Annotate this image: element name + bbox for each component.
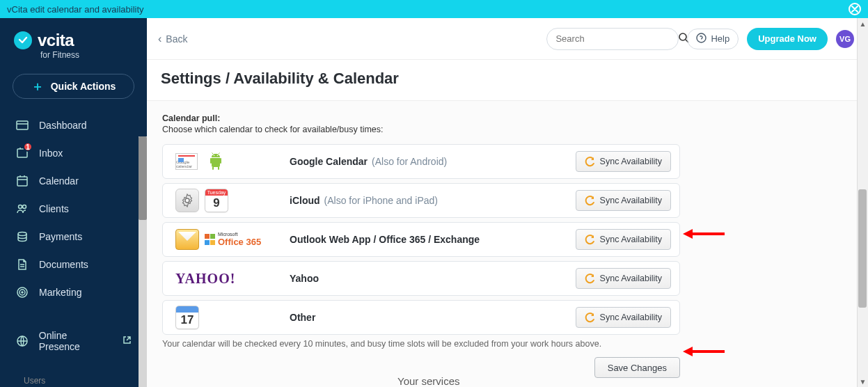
back-button[interactable]: ‹ Back [158, 33, 187, 45]
svg-rect-0 [17, 121, 28, 129]
content: Calendar pull: Choose which calendar to … [147, 101, 868, 387]
sidebar-item-calendar[interactable]: Calendar [0, 167, 147, 195]
svg-point-8 [22, 292, 23, 293]
content-scrollbar-thumb[interactable] [858, 189, 867, 308]
nav-gap [0, 306, 147, 323]
payments-icon [15, 230, 29, 244]
save-changes-button[interactable]: Save Changes [594, 357, 680, 378]
scroll-down-arrow-icon[interactable]: ▼ [858, 376, 868, 387]
avatar-initials: VG [839, 35, 851, 43]
sync-availability-button[interactable]: Sync Availability [576, 268, 671, 289]
content-scrollbar[interactable]: ▲ ▼ [857, 18, 868, 387]
clients-icon [15, 202, 29, 216]
close-icon[interactable] [849, 3, 861, 15]
content-below-peek: Your services [397, 375, 460, 387]
nav-list: Dashboard 1 Inbox Calendar Clients Payme… [0, 111, 147, 359]
brand-name: vcita [38, 31, 74, 50]
topbar: ‹ Back Help Upgrade Now VG [147, 18, 868, 60]
calendar-day-icon: 17 [175, 306, 199, 329]
yahoo-icon: YAHOO! [175, 271, 235, 287]
refresh-icon [585, 235, 595, 245]
save-label: Save Changes [608, 363, 667, 373]
provider-row-google: Google calendar Google Calendar (Also fo… [162, 144, 680, 179]
calendar-icon [15, 174, 29, 188]
sidebar-item-dashboard[interactable]: Dashboard [0, 111, 147, 139]
help-label: Help [711, 33, 729, 44]
marketing-icon [15, 285, 29, 299]
refresh-icon [585, 157, 595, 167]
annotation-arrow-sync [683, 227, 725, 241]
page-title: Settings / Availability & Calendar [161, 70, 854, 88]
sidebar-item-documents[interactable]: Documents [0, 251, 147, 278]
google-calendar-icon: Google calendar [175, 153, 198, 170]
search-field[interactable] [546, 28, 679, 50]
svg-point-3 [19, 205, 22, 209]
scroll-up-arrow-icon[interactable]: ▲ [858, 18, 868, 29]
refresh-icon [585, 196, 595, 206]
svg-point-5 [18, 232, 26, 236]
android-icon [203, 149, 228, 174]
sync-label: Sync Availability [600, 235, 662, 244]
svg-point-4 [23, 205, 26, 209]
refresh-icon [585, 313, 595, 323]
window-title: vCita edit calendar and availability [7, 4, 144, 15]
sync-label: Sync Availability [600, 313, 662, 322]
sync-availability-button[interactable]: Sync Availability [576, 190, 671, 211]
annotation-arrow-save [683, 345, 725, 358]
sidebar-item-label: Payments [39, 231, 82, 242]
provider-row-other: 17 Other Sync Availability [162, 300, 680, 335]
svg-point-12 [214, 155, 215, 157]
sidebar-peek-label: Users [24, 376, 45, 386]
provider-name: Yahoo [290, 273, 319, 284]
documents-icon [15, 258, 29, 271]
help-icon [696, 33, 707, 45]
icloud-gear-icon [175, 189, 199, 212]
provider-name: Google Calendar [290, 156, 368, 167]
back-label: Back [166, 33, 187, 45]
brand-subtitle: for Fitness [0, 50, 147, 60]
sidebar-item-online-presence[interactable]: Online Presence [0, 323, 147, 359]
quick-actions-button[interactable]: ＋ Quick Actions [13, 74, 134, 99]
section-label: Calendar pull: [162, 113, 853, 123]
search-input[interactable] [555, 33, 672, 44]
dashboard-icon [15, 118, 29, 132]
provider-name: Other [290, 312, 315, 323]
provider-row-icloud: Tuesday9 iCloud (Also for iPhone and iPa… [162, 183, 680, 218]
page-heading-wrap: Settings / Availability & Calendar [147, 60, 868, 101]
sync-availability-button[interactable]: Sync Availability [576, 229, 671, 250]
provider-note: (Also for Android) [372, 156, 447, 167]
sidebar-scrollbar-thumb[interactable] [139, 136, 147, 220]
brand-icon [14, 31, 32, 49]
footer-note: Your calendar will be checked every 10 m… [162, 339, 680, 349]
svg-point-13 [217, 155, 219, 157]
svg-point-10 [679, 33, 686, 40]
sidebar-item-payments[interactable]: Payments [0, 223, 147, 251]
chevron-left-icon: ‹ [158, 33, 161, 45]
sidebar-item-inbox[interactable]: 1 Inbox [0, 139, 147, 167]
plus-icon: ＋ [31, 78, 44, 95]
globe-icon [15, 334, 29, 348]
avatar[interactable]: VG [836, 30, 854, 48]
outlook-envelope-icon [175, 229, 199, 250]
sync-availability-button[interactable]: Sync Availability [576, 307, 671, 328]
sidebar-item-clients[interactable]: Clients [0, 195, 147, 223]
sidebar-scrollbar[interactable] [139, 136, 147, 387]
help-button[interactable]: Help [687, 29, 739, 49]
sidebar-item-label: Calendar [39, 175, 79, 187]
sidebar-item-label: Dashboard [39, 120, 87, 131]
sync-availability-button[interactable]: Sync Availability [576, 151, 671, 172]
external-link-icon [123, 335, 132, 347]
quick-actions-label: Quick Actions [51, 81, 116, 92]
upgrade-button[interactable]: Upgrade Now [747, 28, 828, 50]
svg-rect-2 [17, 177, 27, 186]
inbox-badge: 1 [23, 142, 33, 152]
sync-label: Sync Availability [600, 274, 662, 283]
sidebar-item-label: Clients [39, 203, 69, 214]
sidebar: vcita for Fitness ＋ Quick Actions Dashbo… [0, 18, 147, 387]
window-titlebar: vCita edit calendar and availability [0, 0, 868, 18]
sidebar-item-marketing[interactable]: Marketing [0, 278, 147, 306]
sidebar-item-label: Inbox [39, 148, 63, 159]
provider-list: Google calendar Google Calendar (Also fo… [162, 144, 680, 335]
refresh-icon [585, 274, 595, 284]
section-sublabel: Choose which calendar to check for avail… [162, 125, 853, 134]
